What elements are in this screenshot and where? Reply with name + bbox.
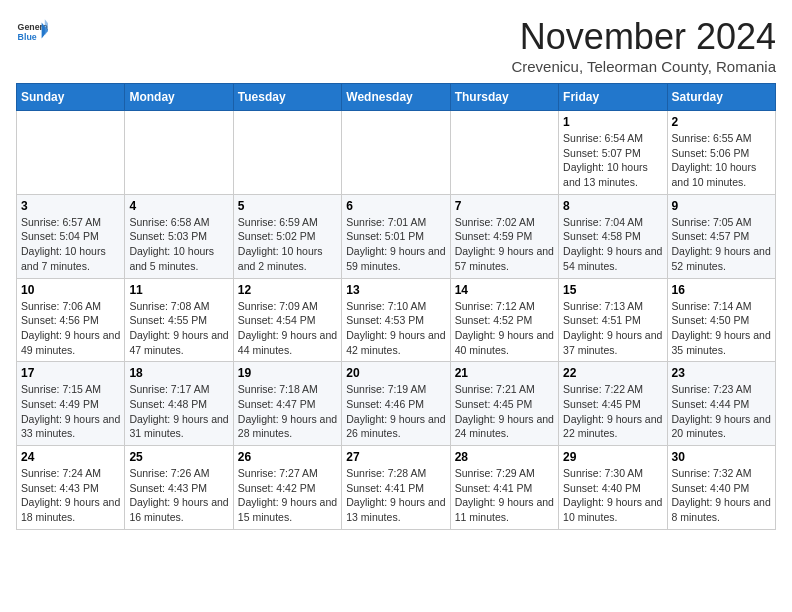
day-info: Sunrise: 7:30 AM Sunset: 4:40 PM Dayligh… xyxy=(563,466,662,525)
weekday-header-thursday: Thursday xyxy=(450,84,558,111)
day-info: Sunrise: 6:59 AM Sunset: 5:02 PM Dayligh… xyxy=(238,215,337,274)
svg-text:Blue: Blue xyxy=(18,32,37,42)
calendar-cell: 24Sunrise: 7:24 AM Sunset: 4:43 PM Dayli… xyxy=(17,446,125,530)
day-number: 18 xyxy=(129,366,228,380)
logo: General Blue xyxy=(16,16,48,48)
day-info: Sunrise: 7:32 AM Sunset: 4:40 PM Dayligh… xyxy=(672,466,771,525)
day-number: 22 xyxy=(563,366,662,380)
calendar-cell: 16Sunrise: 7:14 AM Sunset: 4:50 PM Dayli… xyxy=(667,278,775,362)
week-row-2: 10Sunrise: 7:06 AM Sunset: 4:56 PM Dayli… xyxy=(17,278,776,362)
day-info: Sunrise: 7:14 AM Sunset: 4:50 PM Dayligh… xyxy=(672,299,771,358)
calendar-cell: 15Sunrise: 7:13 AM Sunset: 4:51 PM Dayli… xyxy=(559,278,667,362)
week-row-3: 17Sunrise: 7:15 AM Sunset: 4:49 PM Dayli… xyxy=(17,362,776,446)
day-info: Sunrise: 7:24 AM Sunset: 4:43 PM Dayligh… xyxy=(21,466,120,525)
calendar-cell: 6Sunrise: 7:01 AM Sunset: 5:01 PM Daylig… xyxy=(342,194,450,278)
day-number: 25 xyxy=(129,450,228,464)
day-number: 15 xyxy=(563,283,662,297)
calendar-cell: 29Sunrise: 7:30 AM Sunset: 4:40 PM Dayli… xyxy=(559,446,667,530)
day-number: 17 xyxy=(21,366,120,380)
day-info: Sunrise: 7:15 AM Sunset: 4:49 PM Dayligh… xyxy=(21,382,120,441)
weekday-header-saturday: Saturday xyxy=(667,84,775,111)
day-number: 1 xyxy=(563,115,662,129)
day-number: 11 xyxy=(129,283,228,297)
day-number: 10 xyxy=(21,283,120,297)
day-info: Sunrise: 7:02 AM Sunset: 4:59 PM Dayligh… xyxy=(455,215,554,274)
day-info: Sunrise: 7:09 AM Sunset: 4:54 PM Dayligh… xyxy=(238,299,337,358)
day-info: Sunrise: 7:28 AM Sunset: 4:41 PM Dayligh… xyxy=(346,466,445,525)
calendar-cell: 25Sunrise: 7:26 AM Sunset: 4:43 PM Dayli… xyxy=(125,446,233,530)
day-number: 8 xyxy=(563,199,662,213)
weekday-header-wednesday: Wednesday xyxy=(342,84,450,111)
week-row-1: 3Sunrise: 6:57 AM Sunset: 5:04 PM Daylig… xyxy=(17,194,776,278)
calendar-cell: 7Sunrise: 7:02 AM Sunset: 4:59 PM Daylig… xyxy=(450,194,558,278)
calendar-cell: 26Sunrise: 7:27 AM Sunset: 4:42 PM Dayli… xyxy=(233,446,341,530)
day-number: 2 xyxy=(672,115,771,129)
day-number: 19 xyxy=(238,366,337,380)
day-number: 14 xyxy=(455,283,554,297)
calendar-cell: 8Sunrise: 7:04 AM Sunset: 4:58 PM Daylig… xyxy=(559,194,667,278)
calendar-cell: 14Sunrise: 7:12 AM Sunset: 4:52 PM Dayli… xyxy=(450,278,558,362)
day-number: 21 xyxy=(455,366,554,380)
calendar-cell: 12Sunrise: 7:09 AM Sunset: 4:54 PM Dayli… xyxy=(233,278,341,362)
logo-icon: General Blue xyxy=(16,16,48,48)
day-info: Sunrise: 7:04 AM Sunset: 4:58 PM Dayligh… xyxy=(563,215,662,274)
calendar-cell: 27Sunrise: 7:28 AM Sunset: 4:41 PM Dayli… xyxy=(342,446,450,530)
day-number: 3 xyxy=(21,199,120,213)
calendar-cell: 23Sunrise: 7:23 AM Sunset: 4:44 PM Dayli… xyxy=(667,362,775,446)
title-area: November 2024 Crevenicu, Teleorman Count… xyxy=(511,16,776,75)
calendar-cell: 2Sunrise: 6:55 AM Sunset: 5:06 PM Daylig… xyxy=(667,111,775,195)
day-info: Sunrise: 7:08 AM Sunset: 4:55 PM Dayligh… xyxy=(129,299,228,358)
day-info: Sunrise: 6:58 AM Sunset: 5:03 PM Dayligh… xyxy=(129,215,228,274)
calendar-cell: 20Sunrise: 7:19 AM Sunset: 4:46 PM Dayli… xyxy=(342,362,450,446)
week-row-0: 1Sunrise: 6:54 AM Sunset: 5:07 PM Daylig… xyxy=(17,111,776,195)
calendar-cell xyxy=(17,111,125,195)
day-info: Sunrise: 7:22 AM Sunset: 4:45 PM Dayligh… xyxy=(563,382,662,441)
weekday-header-sunday: Sunday xyxy=(17,84,125,111)
day-number: 13 xyxy=(346,283,445,297)
svg-marker-3 xyxy=(45,19,48,35)
day-info: Sunrise: 7:18 AM Sunset: 4:47 PM Dayligh… xyxy=(238,382,337,441)
day-info: Sunrise: 7:12 AM Sunset: 4:52 PM Dayligh… xyxy=(455,299,554,358)
day-number: 16 xyxy=(672,283,771,297)
day-number: 12 xyxy=(238,283,337,297)
calendar-cell xyxy=(450,111,558,195)
day-number: 20 xyxy=(346,366,445,380)
day-info: Sunrise: 6:55 AM Sunset: 5:06 PM Dayligh… xyxy=(672,131,771,190)
day-info: Sunrise: 7:26 AM Sunset: 4:43 PM Dayligh… xyxy=(129,466,228,525)
day-number: 4 xyxy=(129,199,228,213)
calendar-cell: 1Sunrise: 6:54 AM Sunset: 5:07 PM Daylig… xyxy=(559,111,667,195)
day-info: Sunrise: 7:10 AM Sunset: 4:53 PM Dayligh… xyxy=(346,299,445,358)
day-number: 30 xyxy=(672,450,771,464)
weekday-header-row: SundayMondayTuesdayWednesdayThursdayFrid… xyxy=(17,84,776,111)
calendar-cell: 5Sunrise: 6:59 AM Sunset: 5:02 PM Daylig… xyxy=(233,194,341,278)
calendar-cell: 19Sunrise: 7:18 AM Sunset: 4:47 PM Dayli… xyxy=(233,362,341,446)
calendar: SundayMondayTuesdayWednesdayThursdayFrid… xyxy=(16,83,776,530)
calendar-cell: 4Sunrise: 6:58 AM Sunset: 5:03 PM Daylig… xyxy=(125,194,233,278)
weekday-header-friday: Friday xyxy=(559,84,667,111)
calendar-cell: 9Sunrise: 7:05 AM Sunset: 4:57 PM Daylig… xyxy=(667,194,775,278)
calendar-cell: 30Sunrise: 7:32 AM Sunset: 4:40 PM Dayli… xyxy=(667,446,775,530)
subtitle: Crevenicu, Teleorman County, Romania xyxy=(511,58,776,75)
day-number: 7 xyxy=(455,199,554,213)
day-info: Sunrise: 6:57 AM Sunset: 5:04 PM Dayligh… xyxy=(21,215,120,274)
day-info: Sunrise: 6:54 AM Sunset: 5:07 PM Dayligh… xyxy=(563,131,662,190)
calendar-cell: 3Sunrise: 6:57 AM Sunset: 5:04 PM Daylig… xyxy=(17,194,125,278)
calendar-cell: 11Sunrise: 7:08 AM Sunset: 4:55 PM Dayli… xyxy=(125,278,233,362)
calendar-cell xyxy=(233,111,341,195)
calendar-cell: 21Sunrise: 7:21 AM Sunset: 4:45 PM Dayli… xyxy=(450,362,558,446)
weekday-header-tuesday: Tuesday xyxy=(233,84,341,111)
calendar-cell: 22Sunrise: 7:22 AM Sunset: 4:45 PM Dayli… xyxy=(559,362,667,446)
day-info: Sunrise: 7:13 AM Sunset: 4:51 PM Dayligh… xyxy=(563,299,662,358)
day-info: Sunrise: 7:17 AM Sunset: 4:48 PM Dayligh… xyxy=(129,382,228,441)
day-number: 28 xyxy=(455,450,554,464)
week-row-4: 24Sunrise: 7:24 AM Sunset: 4:43 PM Dayli… xyxy=(17,446,776,530)
day-info: Sunrise: 7:29 AM Sunset: 4:41 PM Dayligh… xyxy=(455,466,554,525)
calendar-cell: 18Sunrise: 7:17 AM Sunset: 4:48 PM Dayli… xyxy=(125,362,233,446)
day-info: Sunrise: 7:21 AM Sunset: 4:45 PM Dayligh… xyxy=(455,382,554,441)
day-info: Sunrise: 7:06 AM Sunset: 4:56 PM Dayligh… xyxy=(21,299,120,358)
calendar-cell: 13Sunrise: 7:10 AM Sunset: 4:53 PM Dayli… xyxy=(342,278,450,362)
day-number: 6 xyxy=(346,199,445,213)
day-info: Sunrise: 7:19 AM Sunset: 4:46 PM Dayligh… xyxy=(346,382,445,441)
day-number: 27 xyxy=(346,450,445,464)
day-number: 26 xyxy=(238,450,337,464)
